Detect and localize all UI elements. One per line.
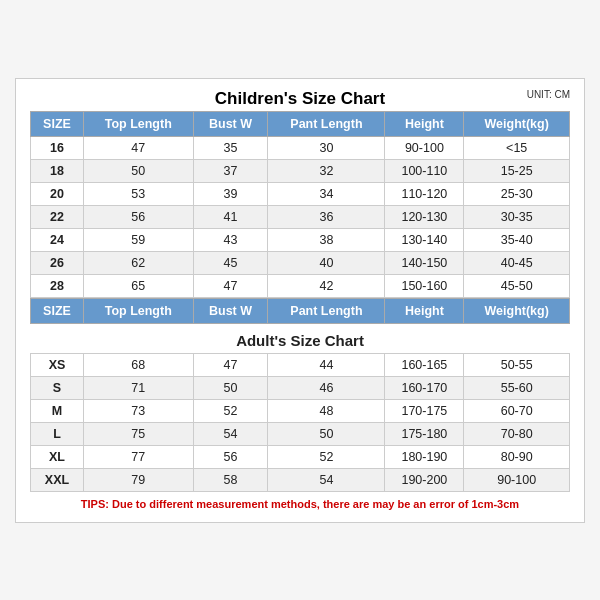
- table-row: 20533934110-12025-30: [31, 182, 570, 205]
- table-row: 28654742150-16045-50: [31, 274, 570, 297]
- table-cell: 50: [83, 159, 193, 182]
- table-cell: 34: [268, 182, 385, 205]
- table-cell: 42: [268, 274, 385, 297]
- table-cell: 41: [193, 205, 268, 228]
- adults-title-text: Adult's Size Chart: [31, 323, 570, 353]
- children-title: Children's Size Chart UNIT: CM: [30, 89, 570, 109]
- table-cell: 35: [193, 136, 268, 159]
- table-row: XXL795854190-20090-100: [31, 468, 570, 491]
- table-cell: 50: [268, 422, 385, 445]
- table-cell: XXL: [31, 468, 84, 491]
- col-pant-length: Pant Length: [268, 111, 385, 136]
- table-cell: 30: [268, 136, 385, 159]
- table-cell: 37: [193, 159, 268, 182]
- table-cell: 44: [268, 353, 385, 376]
- table-cell: 22: [31, 205, 84, 228]
- tips-content: TIPS: Due to different measurement metho…: [81, 498, 519, 510]
- table-cell: 79: [83, 468, 193, 491]
- col-top-length-a: Top Length: [83, 298, 193, 323]
- table-cell: 36: [268, 205, 385, 228]
- col-size-a: SIZE: [31, 298, 84, 323]
- table-cell: 15-25: [464, 159, 570, 182]
- table-cell: 73: [83, 399, 193, 422]
- table-cell: 50-55: [464, 353, 570, 376]
- table-row: M735248170-17560-70: [31, 399, 570, 422]
- adults-title-row: Adult's Size Chart: [31, 323, 570, 353]
- table-cell: 47: [83, 136, 193, 159]
- table-cell: 54: [268, 468, 385, 491]
- table-cell: 50: [193, 376, 268, 399]
- col-height-a: Height: [385, 298, 464, 323]
- table-cell: 170-175: [385, 399, 464, 422]
- table-cell: 35-40: [464, 228, 570, 251]
- table-cell: 47: [193, 274, 268, 297]
- chart-container: Children's Size Chart UNIT: CM SIZE Top …: [15, 78, 585, 523]
- table-cell: 18: [31, 159, 84, 182]
- table-cell: 175-180: [385, 422, 464, 445]
- table-cell: 30-35: [464, 205, 570, 228]
- table-cell: S: [31, 376, 84, 399]
- table-cell: 39: [193, 182, 268, 205]
- table-cell: <15: [464, 136, 570, 159]
- table-cell: 58: [193, 468, 268, 491]
- table-cell: 120-130: [385, 205, 464, 228]
- table-cell: 75: [83, 422, 193, 445]
- table-cell: 60-70: [464, 399, 570, 422]
- table-cell: 32: [268, 159, 385, 182]
- table-cell: 28: [31, 274, 84, 297]
- table-cell: XL: [31, 445, 84, 468]
- table-cell: 70-80: [464, 422, 570, 445]
- col-height: Height: [385, 111, 464, 136]
- table-cell: 90-100: [385, 136, 464, 159]
- table-row: 22564136120-13030-35: [31, 205, 570, 228]
- table-cell: 24: [31, 228, 84, 251]
- table-cell: 77: [83, 445, 193, 468]
- table-cell: 52: [268, 445, 385, 468]
- table-row: 26624540140-15040-45: [31, 251, 570, 274]
- children-title-text: Children's Size Chart: [215, 89, 385, 108]
- table-cell: 45: [193, 251, 268, 274]
- table-cell: 140-150: [385, 251, 464, 274]
- table-cell: 52: [193, 399, 268, 422]
- table-row: 1647353090-100<15: [31, 136, 570, 159]
- table-row: 18503732100-11015-25: [31, 159, 570, 182]
- table-cell: 47: [193, 353, 268, 376]
- table-cell: 110-120: [385, 182, 464, 205]
- adults-size-table: Adult's Size Chart SIZE Top Length Bust …: [30, 298, 570, 492]
- tips-text: TIPS: Due to different measurement metho…: [30, 498, 570, 510]
- table-cell: 160-170: [385, 376, 464, 399]
- table-cell: 25-30: [464, 182, 570, 205]
- col-bust-w: Bust W: [193, 111, 268, 136]
- table-cell: 55-60: [464, 376, 570, 399]
- col-weight-a: Weight(kg): [464, 298, 570, 323]
- table-cell: 38: [268, 228, 385, 251]
- table-cell: 56: [83, 205, 193, 228]
- table-cell: 53: [83, 182, 193, 205]
- table-cell: 100-110: [385, 159, 464, 182]
- table-cell: 71: [83, 376, 193, 399]
- table-row: XL775652180-19080-90: [31, 445, 570, 468]
- unit-label: UNIT: CM: [527, 89, 570, 100]
- table-cell: M: [31, 399, 84, 422]
- children-header-row: SIZE Top Length Bust W Pant Length Heigh…: [31, 111, 570, 136]
- table-cell: L: [31, 422, 84, 445]
- table-cell: 48: [268, 399, 385, 422]
- table-cell: XS: [31, 353, 84, 376]
- table-cell: 26: [31, 251, 84, 274]
- table-cell: 62: [83, 251, 193, 274]
- col-weight: Weight(kg): [464, 111, 570, 136]
- table-cell: 68: [83, 353, 193, 376]
- table-cell: 190-200: [385, 468, 464, 491]
- table-cell: 160-165: [385, 353, 464, 376]
- col-size: SIZE: [31, 111, 84, 136]
- table-cell: 80-90: [464, 445, 570, 468]
- table-cell: 65: [83, 274, 193, 297]
- table-cell: 45-50: [464, 274, 570, 297]
- table-cell: 46: [268, 376, 385, 399]
- table-cell: 20: [31, 182, 84, 205]
- table-row: XS684744160-16550-55: [31, 353, 570, 376]
- table-row: S715046160-17055-60: [31, 376, 570, 399]
- table-cell: 59: [83, 228, 193, 251]
- table-cell: 90-100: [464, 468, 570, 491]
- table-cell: 40-45: [464, 251, 570, 274]
